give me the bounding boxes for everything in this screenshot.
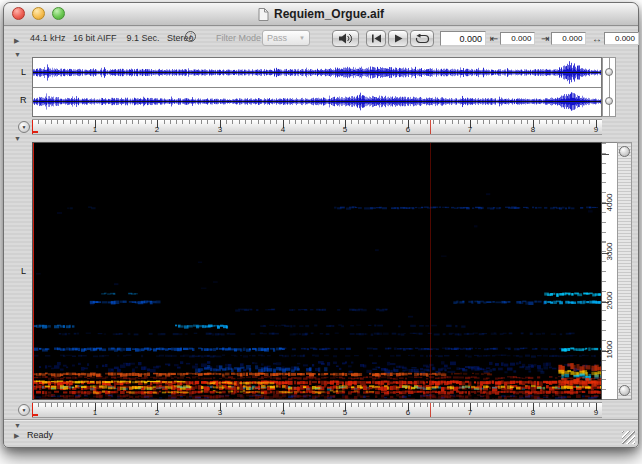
ruler-tick-label: 6 <box>406 408 410 417</box>
ruler-tick-label: 7 <box>468 125 472 134</box>
selection-length-group: ↔ 0.000 <box>592 32 639 45</box>
freq-scroll-top-knob[interactable] <box>619 146 630 157</box>
spectrogram-pane[interactable] <box>32 142 602 400</box>
window-title: Requiem_Orgue.aif <box>274 7 384 21</box>
document-icon <box>258 8 269 21</box>
playhead-marker[interactable] <box>430 403 431 417</box>
loop-icon <box>415 34 430 44</box>
ruler-tick-label: 1 <box>93 408 97 417</box>
waveform-amplitude-controls <box>602 57 616 117</box>
statusbar-divider <box>4 419 638 421</box>
resize-grip[interactable] <box>622 431 635 444</box>
waveform-pane-disclosure-icon[interactable]: ▶ <box>14 37 19 44</box>
filter-mode-popup[interactable]: Pass ▼ <box>262 30 310 46</box>
filter-mode-value: Pass <box>267 33 287 43</box>
ruler-tick-label: 2 <box>155 125 159 134</box>
ruler-tick-label: 5 <box>343 125 347 134</box>
wave-right-channel-label: R <box>20 95 27 105</box>
selection-length-icon: ↔ <box>592 34 602 44</box>
wave-left-channel-label: L <box>21 67 26 77</box>
amplitude-slider-track <box>609 58 610 116</box>
ruler-tick-label: 7 <box>468 408 472 417</box>
app-window: Requiem_Orgue.aif 44.1 kHz 16 bit AIFF 9… <box>3 2 639 448</box>
spectrogram-time-ruler[interactable]: 123456789 <box>32 402 602 418</box>
playhead-marker-foot <box>33 131 38 133</box>
right-amplitude-knob[interactable] <box>605 97 613 105</box>
selection-end-group: ⇥ 0.000 <box>541 32 586 45</box>
ruler-tick-label: 8 <box>531 125 535 134</box>
ruler-tick-label: 9 <box>594 408 598 417</box>
freq-label-1000: 1000 <box>605 338 614 362</box>
ruler-tick-label: 4 <box>281 408 285 417</box>
status-text: Ready <box>27 430 53 440</box>
freq-label-3000: 3000 <box>605 240 614 264</box>
ruler-tick-label: 3 <box>218 408 222 417</box>
freq-label-4000: 4000 <box>605 191 614 215</box>
frequency-scrollbar[interactable] <box>617 142 632 400</box>
ruler-tick-label: 2 <box>155 408 159 417</box>
selection-start-field[interactable]: 0.000 <box>500 32 535 45</box>
left-amplitude-knob[interactable] <box>605 68 613 76</box>
ruler-tick-label: 6 <box>406 125 410 134</box>
freq-scroll-bottom-knob[interactable] <box>619 385 630 396</box>
screen: Requiem_Orgue.aif 44.1 kHz 16 bit AIFF 9… <box>0 0 642 464</box>
playhead-marker-foot <box>33 414 38 416</box>
speaker-icon <box>338 33 353 44</box>
frequency-ruler: 1000 2000 3000 4000 <box>602 142 617 400</box>
waveform-time-ruler[interactable]: 123456789 <box>32 119 602 135</box>
ruler-tick-label: 8 <box>531 408 535 417</box>
ruler-tick-label: 3 <box>218 125 222 134</box>
selection-end-icon: ⇥ <box>541 34 549 44</box>
chevron-down-icon: ▼ <box>22 124 27 130</box>
status-disclosure-down-icon[interactable]: ▼ <box>14 422 21 429</box>
loop-playback-button[interactable] <box>410 30 434 47</box>
freq-label-2000: 2000 <box>605 289 614 313</box>
waveform-zoom-widget[interactable]: ▼ <box>18 121 30 133</box>
waveform-pane[interactable] <box>32 57 602 117</box>
volume-button[interactable] <box>332 30 359 47</box>
spectrogram-zoom-widget[interactable]: ▼ <box>18 404 30 416</box>
ruler-tick-label: 9 <box>594 125 598 134</box>
spectrogram-canvas[interactable] <box>33 143 601 399</box>
ruler-tick-label: 1 <box>93 125 97 134</box>
current-time-field[interactable]: 0.000 <box>440 31 486 46</box>
filter-mode-label: Filter Mode <box>216 33 261 43</box>
chevron-down-icon: ▼ <box>22 407 27 413</box>
play-icon <box>394 34 403 43</box>
info-icon[interactable]: i <box>185 31 196 42</box>
go-to-start-button[interactable] <box>366 30 386 47</box>
spec-left-channel-label: L <box>21 266 26 276</box>
selection-start-icon: ⇤ <box>490 34 498 44</box>
chevron-down-icon: ▼ <box>299 35 305 41</box>
window-title-group: Requiem_Orgue.aif <box>4 3 638 25</box>
status-disclosure-right-icon[interactable]: ▶ <box>14 432 19 439</box>
ruler-tick-label: 5 <box>343 408 347 417</box>
toolbar: 44.1 kHz 16 bit AIFF 9.1 Sec. Stereo i F… <box>4 25 638 53</box>
selection-start-group: ⇤ 0.000 <box>490 32 535 45</box>
selection-length-field[interactable]: 0.000 <box>604 32 639 45</box>
spectrogram-pane-disclosure-icon[interactable]: ▼ <box>14 135 21 142</box>
waveform-canvas[interactable] <box>33 58 601 116</box>
skip-to-start-icon <box>371 34 382 43</box>
file-info-text: 44.1 kHz 16 bit AIFF 9.1 Sec. Stereo <box>30 33 194 43</box>
play-button[interactable] <box>388 30 408 47</box>
ruler-tick-label: 4 <box>281 125 285 134</box>
playhead-marker[interactable] <box>430 120 431 134</box>
titlebar[interactable]: Requiem_Orgue.aif <box>4 3 638 26</box>
selection-end-field[interactable]: 0.000 <box>551 32 586 45</box>
waveform-channel-disclosure-icon[interactable]: ▼ <box>14 51 21 58</box>
